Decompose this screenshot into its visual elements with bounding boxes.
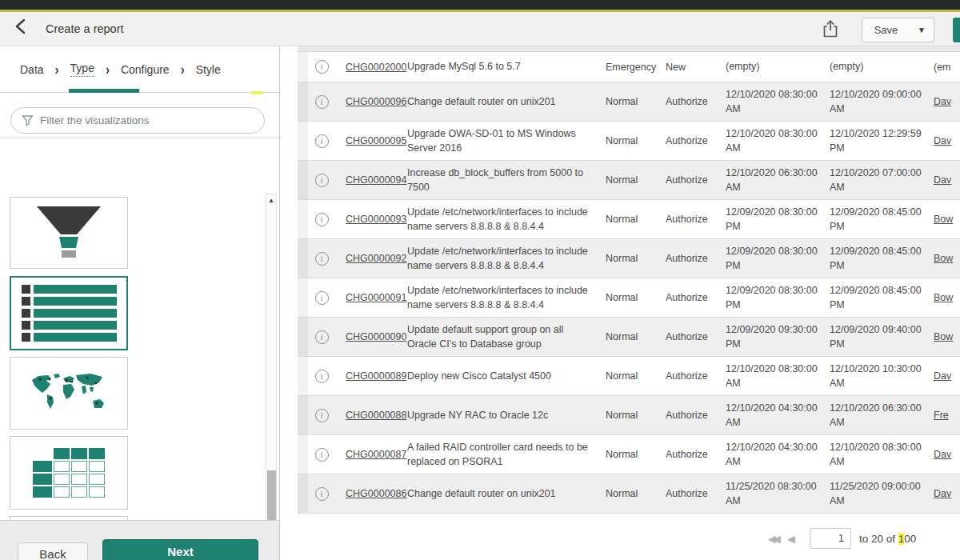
change-number-link[interactable]: CHG0000090 (346, 331, 407, 342)
change-number-link[interactable]: CHG0000087 (346, 449, 407, 460)
viz-card-pivot-table-grid[interactable] (10, 436, 128, 510)
priority-value: Normal (606, 370, 666, 382)
table-row: i CHG0000093 Update /etc/network/interfa… (298, 200, 960, 239)
table-row: i CHG0000090 Update default support grou… (298, 318, 960, 357)
change-number-link[interactable]: CHG0000088 (346, 410, 407, 421)
state-value: Authorize (666, 174, 726, 186)
assignee-link[interactable]: Bow (934, 331, 960, 342)
priority-value: Emergency (606, 62, 666, 73)
visualization-filter[interactable] (10, 107, 265, 134)
planned-start-date: 11/25/2020 08:30:00 AM (726, 479, 830, 508)
info-icon[interactable]: i (315, 213, 329, 226)
next-button[interactable]: Next (102, 539, 258, 560)
save-button[interactable]: Save (862, 18, 910, 42)
assignee-link[interactable]: Dav (934, 174, 960, 186)
short-description: Update default support group on all Orac… (407, 322, 606, 351)
assignee-empty: (em (934, 62, 960, 73)
priority-value: Normal (606, 292, 666, 303)
pivot-table-icon (33, 448, 105, 498)
chevron-right-icon: › (106, 61, 110, 78)
info-icon[interactable]: i (315, 174, 329, 187)
assignee-link[interactable]: Bow (934, 253, 960, 264)
info-icon[interactable]: i (315, 60, 329, 74)
assignee-link[interactable]: Dav (934, 96, 960, 107)
change-number-link[interactable]: CHG0000094 (346, 174, 407, 186)
assignee-link[interactable]: Dav (934, 135, 960, 146)
first-page-icon[interactable]: ◀◀ (768, 533, 778, 545)
planned-end-date: 12/09/2020 09:40:00 PM (830, 322, 934, 351)
assignee-link[interactable]: Bow (934, 214, 960, 225)
short-description: Increase db_block_buffers from 5000 to 7… (407, 166, 606, 194)
info-icon[interactable]: i (315, 370, 329, 383)
planned-end-date: 12/10/2020 08:30:00 AM (830, 440, 934, 469)
world-map-icon (29, 372, 109, 415)
previous-page-icon[interactable]: ◀ (787, 533, 795, 545)
change-number-link[interactable]: CHG0000096 (346, 96, 407, 107)
table-row: i CHG0002000 Upgrade MySql 5.6 to 5.7 Em… (298, 52, 960, 82)
viz-card-funnel-chart[interactable] (10, 197, 128, 269)
wizard-breadcrumb: Data›Type›Configure›Style (0, 46, 279, 93)
change-number-link[interactable]: CHG0000093 (346, 214, 407, 225)
assignee-link[interactable]: Dav (934, 488, 960, 499)
planned-start-date: 12/09/2020 09:30:00 PM (726, 322, 830, 351)
planned-end-date: 12/10/2020 12:29:59 PM (830, 126, 934, 155)
planned-end-date: 12/10/2020 06:30:00 AM (830, 401, 934, 430)
info-icon[interactable]: i (315, 134, 329, 148)
viz-card-world-map[interactable] (10, 357, 128, 430)
table-row: i CHG0000092 Update /etc/network/interfa… (298, 239, 960, 278)
priority-value: Normal (606, 214, 666, 225)
assignee-link[interactable]: Dav (934, 449, 960, 460)
edge-primary-button-partial[interactable] (953, 18, 960, 42)
change-number-link[interactable]: CHG0000095 (346, 135, 407, 146)
planned-end-date: 12/10/2020 10:30:00 AM (830, 362, 934, 390)
info-icon[interactable]: i (315, 252, 329, 266)
info-icon[interactable]: i (315, 330, 329, 344)
back-chevron-icon[interactable] (14, 19, 27, 34)
short-description: Change default router on unix201 (407, 94, 606, 109)
planned-start-date: 12/10/2020 08:30:00 AM (726, 87, 830, 116)
state-value: Authorize (666, 370, 726, 382)
priority-value: Normal (606, 488, 666, 499)
short-description: Upgrade OWA-SD-01 to MS Windows Server 2… (407, 126, 606, 155)
short-description: Change default router on unix201 (407, 486, 606, 501)
change-number-link[interactable]: CHG0000092 (346, 253, 407, 264)
assignee-link[interactable]: Bow (934, 292, 960, 303)
wizard-step-style[interactable]: Style (196, 63, 221, 76)
scroll-up-arrow-icon[interactable]: ▲ (266, 195, 276, 206)
state-value: Authorize (666, 331, 726, 342)
share-icon[interactable] (822, 19, 839, 38)
info-icon[interactable]: i (315, 409, 329, 422)
funnel-chart-icon (32, 205, 106, 261)
change-number-link[interactable]: CHG0000091 (346, 292, 407, 303)
change-request-table: i CHG0002000 Upgrade MySql 5.6 to 5.7 Em… (298, 46, 960, 514)
change-number-link[interactable]: CHG0000086 (346, 488, 407, 499)
state-value: Authorize (666, 253, 726, 264)
planned-start-date: 12/10/2020 04:30:00 AM (726, 440, 830, 469)
divider (0, 138, 279, 138)
back-button[interactable]: Back (18, 542, 88, 560)
assignee-link[interactable]: Dav (934, 370, 960, 382)
active-step-underline (69, 89, 139, 93)
assignee-link[interactable]: Fre (934, 410, 960, 421)
priority-value: Normal (606, 174, 666, 186)
short-description: Update /etc/network/interfaces to includ… (407, 283, 606, 312)
planned-start-date: 12/10/2020 06:30:00 AM (726, 166, 830, 194)
info-icon[interactable]: i (315, 95, 329, 109)
short-description: Upgrade MySql 5.6 to 5.7 (407, 59, 606, 74)
change-number-link[interactable]: CHG0002000 (346, 62, 407, 73)
save-dropdown-caret-icon[interactable]: ▼ (910, 18, 934, 42)
page-number-input[interactable] (810, 528, 851, 549)
filter-input[interactable] (40, 114, 264, 126)
info-icon[interactable]: i (315, 487, 329, 501)
viz-card-horizontal-bar-list[interactable] (10, 276, 128, 350)
chevron-right-icon: › (55, 61, 59, 78)
info-icon[interactable]: i (315, 448, 329, 462)
wizard-step-data[interactable]: Data (20, 63, 44, 76)
wizard-step-configure[interactable]: Configure (121, 63, 170, 76)
wizard-step-type[interactable]: Type (70, 62, 94, 77)
planned-end-date: 12/09/2020 08:45:00 PM (830, 244, 934, 273)
pagination: ◀◀ ◀ to 20 of 100 (768, 524, 960, 553)
info-icon[interactable]: i (315, 291, 329, 305)
viz-scrollbar-thumb[interactable] (267, 470, 276, 521)
change-number-link[interactable]: CHG0000089 (346, 370, 407, 382)
